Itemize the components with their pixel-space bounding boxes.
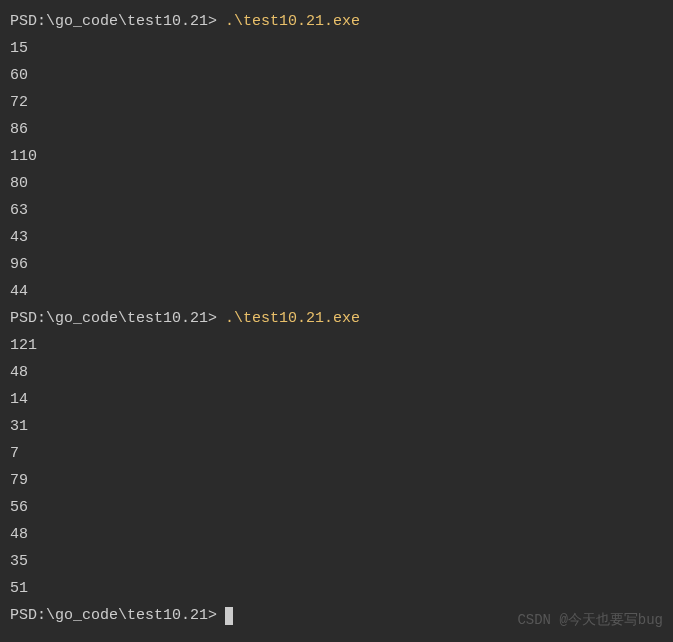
prompt-command: .\test10.21.exe	[225, 305, 360, 332]
output-line: 60	[10, 62, 663, 89]
prompt-line-1: PS D:\go_code\test10.21> .\test10.21.exe	[10, 8, 663, 35]
output-line: 43	[10, 224, 663, 251]
output-line: 44	[10, 278, 663, 305]
output-line: 79	[10, 467, 663, 494]
prompt-command: .\test10.21.exe	[225, 8, 360, 35]
output-line: 96	[10, 251, 663, 278]
output-line: 121	[10, 332, 663, 359]
prompt-line-2: PS D:\go_code\test10.21> .\test10.21.exe	[10, 305, 663, 332]
prompt-prefix: PS	[10, 8, 28, 35]
prompt-prefix: PS	[10, 305, 28, 332]
cursor-icon	[225, 607, 233, 625]
output-line: 48	[10, 521, 663, 548]
prompt-path: D:\go_code\test10.21>	[28, 8, 217, 35]
prompt-prefix: PS	[10, 602, 28, 629]
output-line: 48	[10, 359, 663, 386]
output-line: 51	[10, 575, 663, 602]
output-line: 110	[10, 143, 663, 170]
output-line: 63	[10, 197, 663, 224]
output-line: 72	[10, 89, 663, 116]
output-line: 80	[10, 170, 663, 197]
output-line: 31	[10, 413, 663, 440]
output-line: 14	[10, 386, 663, 413]
output-line: 7	[10, 440, 663, 467]
prompt-path: D:\go_code\test10.21>	[28, 602, 217, 629]
output-line: 56	[10, 494, 663, 521]
output-line: 86	[10, 116, 663, 143]
terminal-output[interactable]: PS D:\go_code\test10.21> .\test10.21.exe…	[0, 0, 673, 637]
output-line: 35	[10, 548, 663, 575]
watermark-text: CSDN @今天也要写bug	[517, 607, 663, 634]
output-line: 15	[10, 35, 663, 62]
prompt-path: D:\go_code\test10.21>	[28, 305, 217, 332]
